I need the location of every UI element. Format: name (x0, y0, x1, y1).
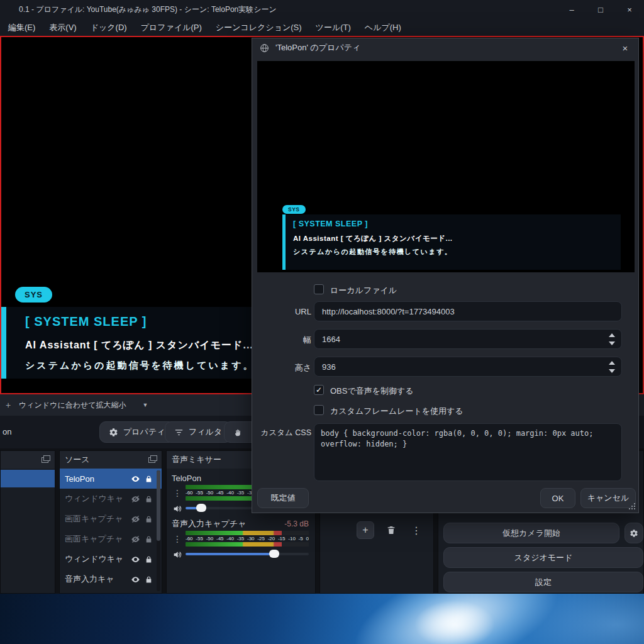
vertical-dots-icon: ⋮ (411, 525, 421, 536)
scenes-dock-header (1, 451, 55, 469)
close-icon: × (627, 5, 632, 14)
meter-tick: -50 (206, 490, 214, 496)
meter-tick: -55 (196, 536, 203, 541)
meter-tick: -60 (186, 536, 193, 541)
filters-button-label: フィルタ (189, 426, 222, 438)
scene-row-selected[interactable] (1, 470, 55, 487)
eye-icon[interactable] (131, 575, 140, 584)
custom-fps-checkbox[interactable] (314, 405, 324, 415)
eye-slash-icon[interactable] (131, 494, 140, 504)
popout-icon[interactable] (42, 457, 48, 463)
filter-icon (174, 428, 184, 437)
ok-button[interactable]: OK (540, 488, 575, 508)
lock-icon[interactable] (145, 575, 153, 584)
menu-item[interactable]: ツール(T) (309, 22, 358, 33)
properties-button-label: プロパティ (123, 426, 165, 438)
volume-slider[interactable] (186, 553, 309, 555)
zoom-mode-dropdown[interactable]: ウィンドウに合わせて拡大縮小 ▼ (19, 400, 148, 411)
mixer-options-button[interactable]: ⋮ (172, 531, 183, 547)
maximize-button[interactable]: □ (586, 0, 615, 19)
eye-icon[interactable] (131, 555, 140, 564)
settings-button[interactable]: 設定 (443, 572, 643, 592)
mixer-options-button[interactable]: ⋮ (172, 485, 183, 501)
menu-item[interactable]: シーンコレクション(S) (209, 22, 309, 33)
lock-icon[interactable] (145, 515, 153, 523)
properties-button[interactable]: プロパティ (99, 421, 175, 443)
spin-up-button[interactable] (609, 333, 615, 337)
slider-handle[interactable] (269, 550, 279, 558)
lock-icon[interactable] (145, 495, 153, 503)
menu-item[interactable]: ヘルプ(H) (358, 22, 408, 33)
system-sleep-overlay: [ SYSTEM SLEEP ] AI Assistant [ てろぽん ] ス… (282, 214, 621, 270)
menu-item[interactable]: ドック(D) (84, 22, 134, 33)
virtual-camera-button[interactable]: 仮想カメラ開始 (443, 523, 619, 543)
meter-tick: -55 (196, 490, 203, 496)
source-row[interactable]: TeloPon (60, 469, 162, 489)
filters-button[interactable]: フィルタ (165, 421, 231, 443)
resize-grip[interactable] (628, 502, 636, 510)
height-input[interactable] (314, 357, 622, 377)
remove-button[interactable] (383, 522, 399, 538)
lock-icon[interactable] (145, 555, 153, 564)
hand-icon (233, 428, 243, 437)
custom-css-textarea[interactable] (314, 423, 622, 481)
lock-icon[interactable] (145, 475, 153, 483)
source-name: ウィンドウキャ (65, 553, 126, 565)
menu-item[interactable]: プロファイル(P) (134, 22, 209, 33)
add-button[interactable]: + (357, 521, 374, 539)
cancel-button[interactable]: キャンセル (580, 488, 636, 508)
menu-item[interactable]: 表示(V) (42, 22, 83, 33)
maximize-icon: □ (598, 5, 603, 14)
virtual-camera-config-button[interactable] (625, 523, 643, 543)
menu-item[interactable]: 編集(E) (1, 22, 42, 33)
width-spinner (604, 329, 619, 349)
slider-handle[interactable] (196, 504, 206, 512)
defaults-button[interactable]: 既定値 (257, 488, 309, 508)
source-row[interactable]: 音声入力キャ (60, 569, 162, 589)
zoom-plus-button[interactable]: + (4, 400, 13, 410)
chevron-down-icon: ▼ (143, 402, 148, 408)
overlay-title: [ SYSTEM SLEEP ] (293, 219, 621, 228)
local-file-checkbox[interactable] (314, 284, 324, 294)
source-row[interactable]: 画面キャプチャ (60, 509, 162, 529)
meter-tick: -50 (206, 536, 214, 541)
popout-icon[interactable] (148, 457, 155, 463)
spin-up-button[interactable] (609, 361, 615, 365)
source-list: TeloPon ウィンドウキャ 画面キャプチャ 画面キャプチャ (60, 469, 162, 589)
meter-scale: -60-55-50-45-40-35-30-25-20-15-10-50 (186, 535, 309, 542)
eye-icon[interactable] (131, 474, 140, 484)
source-name: 画面キャプチャ (65, 513, 126, 525)
dialog-close-button[interactable]: × (612, 38, 638, 57)
source-name: ウィンドウキャ (65, 493, 126, 504)
speaker-icon[interactable] (172, 549, 182, 560)
source-row[interactable]: ウィンドウキャ (60, 489, 162, 509)
lock-icon[interactable] (145, 535, 153, 543)
minimize-button[interactable]: – (557, 0, 586, 19)
sources-dock-header: ソース (60, 451, 162, 469)
height-label: 高さ (252, 362, 311, 374)
sources-dock-title: ソース (65, 454, 90, 465)
meter-tick: -45 (216, 490, 224, 496)
spin-down-button[interactable] (609, 341, 615, 345)
spin-down-button[interactable] (609, 369, 615, 373)
more-button[interactable]: ⋮ (408, 522, 425, 538)
trash-icon (386, 525, 396, 535)
scrollbar[interactable] (157, 470, 160, 591)
speaker-icon[interactable] (172, 503, 182, 514)
meter-tick: -40 (226, 490, 234, 496)
close-button[interactable]: × (615, 0, 644, 19)
source-row[interactable]: ウィンドウキャ (60, 549, 162, 569)
studio-mode-button[interactable]: スタジオモード (443, 547, 643, 568)
custom-css-label: カスタム CSS (252, 428, 311, 438)
eye-slash-icon[interactable] (131, 535, 140, 544)
scrollbar-thumb[interactable] (157, 470, 160, 541)
meter-tick: -60 (186, 490, 193, 496)
url-input[interactable] (314, 301, 622, 321)
control-audio-checkbox[interactable]: ✓ (314, 385, 324, 395)
height-spinner (604, 357, 619, 377)
width-input[interactable] (314, 329, 622, 349)
eye-slash-icon[interactable] (131, 514, 140, 524)
source-row[interactable]: 画面キャプチャ (60, 529, 162, 549)
virtual-camera-label: 仮想カメラ開始 (502, 528, 560, 539)
mixer-peak-db: -5.3 dB (284, 519, 309, 528)
